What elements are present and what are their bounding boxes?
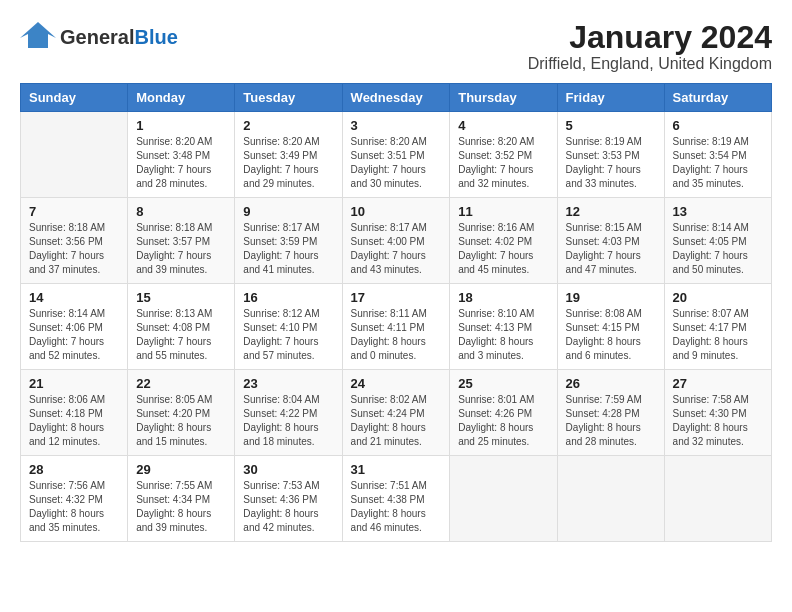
svg-marker-0 — [20, 22, 56, 48]
day-number: 11 — [458, 204, 548, 219]
day-info: Sunrise: 8:08 AMSunset: 4:15 PMDaylight:… — [566, 307, 656, 363]
day-number: 10 — [351, 204, 442, 219]
calendar-cell: 26Sunrise: 7:59 AMSunset: 4:28 PMDayligh… — [557, 370, 664, 456]
day-number: 12 — [566, 204, 656, 219]
day-number: 28 — [29, 462, 119, 477]
col-header-tuesday: Tuesday — [235, 84, 342, 112]
calendar-cell — [557, 456, 664, 542]
logo-icon — [20, 20, 56, 50]
calendar-cell: 29Sunrise: 7:55 AMSunset: 4:34 PMDayligh… — [128, 456, 235, 542]
day-info: Sunrise: 7:59 AMSunset: 4:28 PMDaylight:… — [566, 393, 656, 449]
day-number: 15 — [136, 290, 226, 305]
col-header-sunday: Sunday — [21, 84, 128, 112]
calendar-cell: 2Sunrise: 8:20 AMSunset: 3:49 PMDaylight… — [235, 112, 342, 198]
calendar-cell: 13Sunrise: 8:14 AMSunset: 4:05 PMDayligh… — [664, 198, 771, 284]
day-info: Sunrise: 7:58 AMSunset: 4:30 PMDaylight:… — [673, 393, 763, 449]
day-info: Sunrise: 8:19 AMSunset: 3:53 PMDaylight:… — [566, 135, 656, 191]
calendar-cell: 8Sunrise: 8:18 AMSunset: 3:57 PMDaylight… — [128, 198, 235, 284]
day-info: Sunrise: 8:16 AMSunset: 4:02 PMDaylight:… — [458, 221, 548, 277]
day-number: 2 — [243, 118, 333, 133]
day-number: 31 — [351, 462, 442, 477]
day-number: 7 — [29, 204, 119, 219]
calendar-cell — [450, 456, 557, 542]
calendar-week-2: 7Sunrise: 8:18 AMSunset: 3:56 PMDaylight… — [21, 198, 772, 284]
day-number: 4 — [458, 118, 548, 133]
col-header-friday: Friday — [557, 84, 664, 112]
calendar-cell: 30Sunrise: 7:53 AMSunset: 4:36 PMDayligh… — [235, 456, 342, 542]
day-info: Sunrise: 8:17 AMSunset: 3:59 PMDaylight:… — [243, 221, 333, 277]
calendar-cell: 19Sunrise: 8:08 AMSunset: 4:15 PMDayligh… — [557, 284, 664, 370]
day-number: 17 — [351, 290, 442, 305]
logo: GeneralBlue — [20, 20, 178, 54]
day-info: Sunrise: 8:18 AMSunset: 3:56 PMDaylight:… — [29, 221, 119, 277]
day-number: 13 — [673, 204, 763, 219]
month-title: January 2024 — [528, 20, 772, 55]
calendar-cell: 9Sunrise: 8:17 AMSunset: 3:59 PMDaylight… — [235, 198, 342, 284]
calendar-cell: 6Sunrise: 8:19 AMSunset: 3:54 PMDaylight… — [664, 112, 771, 198]
calendar-cell: 21Sunrise: 8:06 AMSunset: 4:18 PMDayligh… — [21, 370, 128, 456]
calendar-cell: 23Sunrise: 8:04 AMSunset: 4:22 PMDayligh… — [235, 370, 342, 456]
day-number: 8 — [136, 204, 226, 219]
day-info: Sunrise: 8:14 AMSunset: 4:05 PMDaylight:… — [673, 221, 763, 277]
calendar-cell: 11Sunrise: 8:16 AMSunset: 4:02 PMDayligh… — [450, 198, 557, 284]
day-number: 16 — [243, 290, 333, 305]
day-info: Sunrise: 8:20 AMSunset: 3:49 PMDaylight:… — [243, 135, 333, 191]
logo-blue: Blue — [134, 26, 177, 48]
day-number: 25 — [458, 376, 548, 391]
title-section: January 2024 Driffield, England, United … — [528, 20, 772, 73]
calendar-cell: 20Sunrise: 8:07 AMSunset: 4:17 PMDayligh… — [664, 284, 771, 370]
location: Driffield, England, United Kingdom — [528, 55, 772, 73]
day-number: 30 — [243, 462, 333, 477]
day-number: 19 — [566, 290, 656, 305]
day-number: 18 — [458, 290, 548, 305]
day-number: 3 — [351, 118, 442, 133]
calendar-cell — [21, 112, 128, 198]
day-number: 26 — [566, 376, 656, 391]
day-number: 29 — [136, 462, 226, 477]
day-info: Sunrise: 8:13 AMSunset: 4:08 PMDaylight:… — [136, 307, 226, 363]
day-info: Sunrise: 8:04 AMSunset: 4:22 PMDaylight:… — [243, 393, 333, 449]
day-info: Sunrise: 7:55 AMSunset: 4:34 PMDaylight:… — [136, 479, 226, 535]
day-info: Sunrise: 8:07 AMSunset: 4:17 PMDaylight:… — [673, 307, 763, 363]
day-number: 21 — [29, 376, 119, 391]
calendar-header-row: SundayMondayTuesdayWednesdayThursdayFrid… — [21, 84, 772, 112]
calendar-cell: 28Sunrise: 7:56 AMSunset: 4:32 PMDayligh… — [21, 456, 128, 542]
day-info: Sunrise: 8:17 AMSunset: 4:00 PMDaylight:… — [351, 221, 442, 277]
day-number: 1 — [136, 118, 226, 133]
calendar-cell: 1Sunrise: 8:20 AMSunset: 3:48 PMDaylight… — [128, 112, 235, 198]
day-info: Sunrise: 8:18 AMSunset: 3:57 PMDaylight:… — [136, 221, 226, 277]
day-number: 6 — [673, 118, 763, 133]
day-info: Sunrise: 8:05 AMSunset: 4:20 PMDaylight:… — [136, 393, 226, 449]
calendar-cell: 27Sunrise: 7:58 AMSunset: 4:30 PMDayligh… — [664, 370, 771, 456]
day-number: 14 — [29, 290, 119, 305]
day-number: 24 — [351, 376, 442, 391]
day-number: 27 — [673, 376, 763, 391]
day-number: 9 — [243, 204, 333, 219]
calendar-cell: 15Sunrise: 8:13 AMSunset: 4:08 PMDayligh… — [128, 284, 235, 370]
calendar-week-3: 14Sunrise: 8:14 AMSunset: 4:06 PMDayligh… — [21, 284, 772, 370]
calendar-cell: 22Sunrise: 8:05 AMSunset: 4:20 PMDayligh… — [128, 370, 235, 456]
calendar-cell: 7Sunrise: 8:18 AMSunset: 3:56 PMDaylight… — [21, 198, 128, 284]
calendar-cell: 25Sunrise: 8:01 AMSunset: 4:26 PMDayligh… — [450, 370, 557, 456]
calendar-week-5: 28Sunrise: 7:56 AMSunset: 4:32 PMDayligh… — [21, 456, 772, 542]
calendar-cell: 10Sunrise: 8:17 AMSunset: 4:00 PMDayligh… — [342, 198, 450, 284]
day-info: Sunrise: 8:20 AMSunset: 3:51 PMDaylight:… — [351, 135, 442, 191]
day-number: 20 — [673, 290, 763, 305]
day-info: Sunrise: 8:12 AMSunset: 4:10 PMDaylight:… — [243, 307, 333, 363]
col-header-thursday: Thursday — [450, 84, 557, 112]
day-info: Sunrise: 7:56 AMSunset: 4:32 PMDaylight:… — [29, 479, 119, 535]
day-info: Sunrise: 7:51 AMSunset: 4:38 PMDaylight:… — [351, 479, 442, 535]
day-info: Sunrise: 8:20 AMSunset: 3:48 PMDaylight:… — [136, 135, 226, 191]
day-info: Sunrise: 8:14 AMSunset: 4:06 PMDaylight:… — [29, 307, 119, 363]
calendar-cell: 16Sunrise: 8:12 AMSunset: 4:10 PMDayligh… — [235, 284, 342, 370]
calendar-cell: 12Sunrise: 8:15 AMSunset: 4:03 PMDayligh… — [557, 198, 664, 284]
calendar-week-1: 1Sunrise: 8:20 AMSunset: 3:48 PMDaylight… — [21, 112, 772, 198]
col-header-saturday: Saturday — [664, 84, 771, 112]
calendar-week-4: 21Sunrise: 8:06 AMSunset: 4:18 PMDayligh… — [21, 370, 772, 456]
day-info: Sunrise: 7:53 AMSunset: 4:36 PMDaylight:… — [243, 479, 333, 535]
calendar-table: SundayMondayTuesdayWednesdayThursdayFrid… — [20, 83, 772, 542]
day-info: Sunrise: 8:11 AMSunset: 4:11 PMDaylight:… — [351, 307, 442, 363]
calendar-cell — [664, 456, 771, 542]
calendar-cell: 5Sunrise: 8:19 AMSunset: 3:53 PMDaylight… — [557, 112, 664, 198]
calendar-cell: 31Sunrise: 7:51 AMSunset: 4:38 PMDayligh… — [342, 456, 450, 542]
